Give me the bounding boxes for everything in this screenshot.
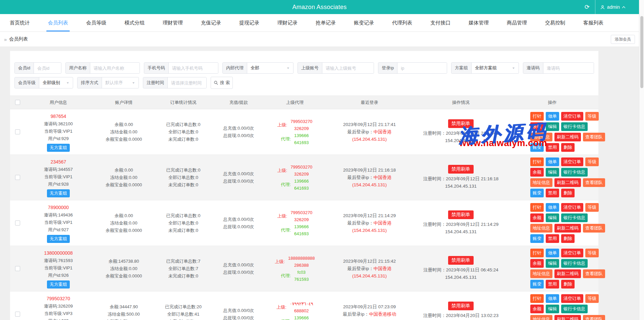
user-id-link[interactable]: 234567: [51, 158, 66, 166]
action-level-button[interactable]: 等级: [585, 203, 599, 212]
sort-order-select[interactable]: 默认排序 ▼: [102, 77, 139, 88]
action-bank-card-button[interactable]: 银行卡信息: [561, 259, 588, 268]
action-disable-button[interactable]: 禁用: [546, 143, 559, 152]
action-bank-card-button[interactable]: 银行卡信息: [561, 168, 588, 177]
action-account-change-button[interactable]: 账变: [530, 280, 544, 289]
user-id-link[interactable]: 799503270: [47, 295, 70, 303]
row-checkbox[interactable]: [15, 312, 20, 317]
ban-brush-order-badge[interactable]: 禁用刷单: [448, 119, 474, 128]
user-id-link[interactable]: 987654: [51, 112, 66, 120]
tab-12[interactable]: 媒体管理: [460, 14, 498, 31]
action-edit-button[interactable]: 编辑: [546, 259, 559, 268]
action-clear-orders-button[interactable]: 清空订单: [561, 294, 583, 303]
action-balance-button[interactable]: 余额: [530, 168, 544, 177]
action-address-button[interactable]: 地址信息: [530, 224, 552, 233]
action-edit-button[interactable]: 编辑: [546, 168, 559, 177]
action-refresh-qrcode-button[interactable]: 刷新二维码: [554, 224, 581, 233]
action-balance-button[interactable]: 余额: [530, 213, 544, 222]
action-edit-button[interactable]: 编辑: [546, 122, 559, 131]
phone-input[interactable]: [169, 63, 218, 73]
tab-9[interactable]: 账变记录: [345, 14, 383, 31]
tab-7[interactable]: 理财记录: [268, 14, 307, 31]
action-make-order-button[interactable]: 做单: [546, 249, 559, 257]
action-level-button[interactable]: 等级: [585, 294, 599, 303]
row-checkbox[interactable]: [15, 220, 20, 226]
action-account-change-button[interactable]: 账变: [530, 189, 544, 197]
ban-brush-order-badge[interactable]: 禁用刷单: [448, 210, 474, 219]
action-disable-button[interactable]: 禁用: [546, 234, 559, 243]
action-balance-button[interactable]: 余额: [530, 122, 544, 131]
action-balance-button[interactable]: 余额: [530, 259, 544, 268]
action-make-order-button[interactable]: 做单: [546, 112, 559, 121]
action-view-team-button[interactable]: 查看团队: [583, 224, 605, 233]
row-checkbox[interactable]: [15, 266, 20, 271]
internal-agent-select[interactable]: 全部 ▼: [247, 63, 293, 73]
select-all-checkbox[interactable]: [15, 100, 20, 105]
action-delete-button[interactable]: 删除: [561, 189, 575, 197]
tab-2[interactable]: 会员等级: [77, 14, 115, 31]
invite-code-input[interactable]: [543, 63, 594, 73]
action-inject-button[interactable]: 打针: [530, 112, 544, 121]
tab-13[interactable]: 商品管理: [498, 14, 536, 31]
action-disable-button[interactable]: 禁用: [546, 189, 559, 197]
vertical-scrollbar[interactable]: [639, 0, 644, 320]
action-bank-card-button[interactable]: 银行卡信息: [561, 122, 588, 131]
action-clear-orders-button[interactable]: 清空订单: [561, 203, 583, 212]
tab-6[interactable]: 提现记录: [230, 14, 268, 31]
action-clear-orders-button[interactable]: 清空订单: [561, 157, 583, 166]
tab-11[interactable]: 支付接口: [421, 14, 460, 31]
parent-account-input[interactable]: [322, 63, 374, 73]
action-level-button[interactable]: 等级: [585, 249, 599, 257]
refresh-icon[interactable]: ⟳: [579, 3, 595, 11]
action-account-change-button[interactable]: 账变: [530, 234, 544, 243]
ban-brush-order-badge[interactable]: 禁用刷单: [448, 256, 474, 265]
login-ip-input[interactable]: [397, 63, 447, 73]
tab-5[interactable]: 充值记录: [192, 14, 230, 31]
member-id-input[interactable]: [34, 63, 61, 73]
action-view-team-button[interactable]: 查看团队: [583, 133, 605, 141]
action-refresh-qrcode-button[interactable]: 刷新二维码: [554, 178, 581, 187]
action-bank-card-button[interactable]: 银行卡信息: [561, 305, 588, 313]
action-refresh-qrcode-button[interactable]: 刷新二维码: [554, 133, 581, 141]
tab-1[interactable]: 会员列表: [39, 14, 77, 31]
action-balance-button[interactable]: 余额: [530, 305, 544, 313]
action-delete-button[interactable]: 删除: [561, 280, 575, 289]
action-account-change-button[interactable]: 账变: [530, 143, 544, 152]
action-clear-orders-button[interactable]: 清空订单: [561, 112, 583, 121]
action-bank-card-button[interactable]: 银行卡信息: [561, 213, 588, 222]
action-edit-button[interactable]: 编辑: [546, 213, 559, 222]
action-address-button[interactable]: 地址信息: [530, 315, 552, 320]
action-view-team-button[interactable]: 查看团队: [583, 178, 605, 187]
action-make-order-button[interactable]: 做单: [546, 203, 559, 212]
action-delete-button[interactable]: 删除: [561, 234, 575, 243]
action-delete-button[interactable]: 删除: [561, 143, 575, 152]
action-view-team-button[interactable]: 查看团队: [583, 269, 605, 278]
tab-0[interactable]: 首页统计: [1, 14, 39, 31]
action-inject-button[interactable]: 打针: [530, 157, 544, 166]
action-refresh-qrcode-button[interactable]: 刷新二维码: [554, 269, 581, 278]
tab-10[interactable]: 代理列表: [383, 14, 421, 31]
member-level-select[interactable]: 全部级别 ▼: [39, 77, 73, 88]
user-name-input[interactable]: [90, 63, 140, 73]
action-inject-button[interactable]: 打针: [530, 249, 544, 257]
tab-4[interactable]: 理财管理: [154, 14, 192, 31]
action-inject-button[interactable]: 打针: [530, 203, 544, 212]
action-clear-orders-button[interactable]: 清空订单: [561, 249, 583, 257]
action-level-button[interactable]: 等级: [585, 112, 599, 121]
user-id-link[interactable]: 13800000008: [44, 249, 73, 257]
action-disable-button[interactable]: 禁用: [546, 280, 559, 289]
action-address-button[interactable]: 地址信息: [530, 178, 552, 187]
tab-3[interactable]: 模式分组: [115, 14, 154, 31]
action-address-button[interactable]: 地址信息: [530, 269, 552, 278]
tab-8[interactable]: 抢单记录: [307, 14, 345, 31]
ban-brush-order-badge[interactable]: 禁用刷单: [448, 165, 474, 174]
user-id-link[interactable]: 78900000: [48, 203, 69, 211]
action-make-order-button[interactable]: 做单: [546, 294, 559, 303]
action-address-button[interactable]: 地址信息: [530, 133, 552, 141]
tab-15[interactable]: 客服列表: [574, 14, 612, 31]
scrollbar-thumb[interactable]: [640, 16, 643, 88]
tab-14[interactable]: 交易控制: [536, 14, 574, 31]
row-checkbox[interactable]: [15, 175, 20, 180]
action-edit-button[interactable]: 编辑: [546, 305, 559, 313]
register-time-input[interactable]: [168, 77, 206, 88]
